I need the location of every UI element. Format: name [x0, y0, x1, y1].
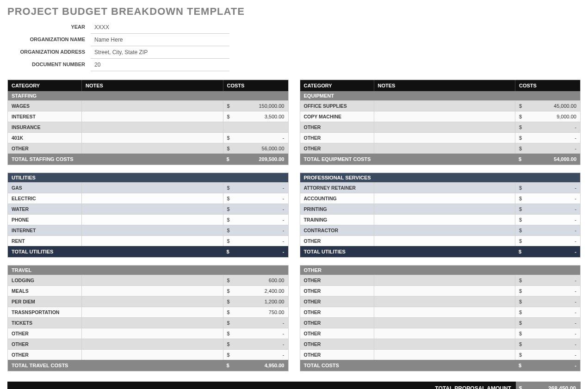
- row-amount[interactable]: 150,000.00: [233, 101, 288, 111]
- row-notes[interactable]: [82, 275, 223, 285]
- row-notes[interactable]: [374, 215, 516, 225]
- row-notes[interactable]: [374, 143, 516, 154]
- row-amount[interactable]: -: [525, 204, 580, 214]
- row-notes[interactable]: [374, 183, 516, 193]
- section-total-amount: 54,000.00: [525, 154, 580, 165]
- section-total-label: TOTAL STAFFING COSTS: [8, 154, 223, 165]
- row-amount[interactable]: -: [233, 339, 288, 349]
- row-notes[interactable]: [374, 236, 516, 246]
- row-currency-symbol: $: [515, 350, 525, 360]
- table-row: OTHER$-: [300, 317, 581, 328]
- row-notes[interactable]: [82, 215, 223, 225]
- row-amount[interactable]: -: [525, 350, 580, 360]
- row-notes[interactable]: [374, 204, 516, 214]
- row-notes[interactable]: [82, 204, 223, 214]
- row-amount[interactable]: -: [233, 204, 288, 214]
- row-label: OTHER: [300, 318, 374, 328]
- row-notes[interactable]: [82, 122, 223, 132]
- row-currency-symbol: $: [515, 101, 525, 111]
- row-amount[interactable]: -: [525, 133, 580, 143]
- row-amount[interactable]: 3,500.00: [233, 111, 288, 122]
- info-doc-value[interactable]: 20: [91, 59, 229, 71]
- row-amount[interactable]: -: [233, 215, 288, 225]
- row-amount[interactable]: -: [525, 339, 580, 349]
- row-notes[interactable]: [374, 307, 516, 317]
- row-notes[interactable]: [82, 225, 223, 235]
- row-notes[interactable]: [374, 339, 516, 349]
- row-notes[interactable]: [82, 111, 223, 122]
- row-notes[interactable]: [374, 275, 516, 285]
- row-notes[interactable]: [82, 101, 223, 111]
- row-notes[interactable]: [82, 307, 223, 317]
- row-notes[interactable]: [82, 183, 223, 193]
- row-notes[interactable]: [82, 133, 223, 143]
- row-amount[interactable]: -: [525, 318, 580, 328]
- row-notes[interactable]: [82, 236, 223, 246]
- table-row: ELECTRIC$-: [8, 193, 288, 204]
- row-notes[interactable]: [374, 101, 516, 111]
- row-amount[interactable]: -: [233, 236, 288, 246]
- section-total-label: TOTAL COSTS: [300, 360, 516, 371]
- row-amount[interactable]: -: [525, 225, 580, 235]
- info-year-label: YEAR: [7, 21, 91, 34]
- table-header-notes: NOTES: [82, 80, 223, 91]
- row-amount[interactable]: -: [525, 193, 580, 204]
- row-notes[interactable]: [374, 133, 516, 143]
- row-amount[interactable]: -: [525, 286, 580, 296]
- row-notes[interactable]: [374, 328, 516, 339]
- row-notes[interactable]: [374, 286, 516, 296]
- row-amount[interactable]: 2,400.00: [233, 286, 288, 296]
- row-amount[interactable]: -: [525, 307, 580, 317]
- row-amount[interactable]: -: [525, 328, 580, 339]
- row-amount[interactable]: -: [525, 122, 580, 132]
- info-year-value[interactable]: XXXX: [91, 21, 229, 34]
- row-amount[interactable]: -: [525, 236, 580, 246]
- row-amount[interactable]: -: [233, 318, 288, 328]
- row-amount[interactable]: 45,000.00: [525, 101, 580, 111]
- right-column: CATEGORYNOTESCOSTSEQUIPMENTOFFICE SUPPLI…: [300, 80, 581, 379]
- row-amount[interactable]: 9,000.00: [525, 111, 580, 122]
- table-row: 401K$-: [8, 132, 288, 143]
- row-label: PRINTING: [300, 204, 374, 214]
- row-notes[interactable]: [82, 286, 223, 296]
- row-label: OTHER: [300, 307, 374, 317]
- row-amount[interactable]: -: [525, 143, 580, 154]
- row-notes[interactable]: [82, 350, 223, 360]
- section-total-row: TOTAL TRAVEL COSTS$4,950.00: [8, 360, 288, 371]
- row-notes[interactable]: [82, 296, 223, 307]
- row-notes[interactable]: [374, 122, 516, 132]
- row-amount[interactable]: -: [233, 328, 288, 339]
- row-currency-symbol: $: [223, 193, 233, 204]
- row-notes[interactable]: [374, 193, 516, 204]
- row-amount[interactable]: -: [233, 225, 288, 235]
- row-amount[interactable]: 600.00: [233, 275, 288, 285]
- row-label: OTHER: [300, 328, 374, 339]
- row-currency-symbol: $: [515, 143, 525, 154]
- row-amount[interactable]: -: [233, 350, 288, 360]
- info-org-value[interactable]: Name Here: [91, 34, 229, 46]
- row-amount[interactable]: -: [525, 296, 580, 307]
- row-amount[interactable]: -: [525, 215, 580, 225]
- row-notes[interactable]: [82, 328, 223, 339]
- row-notes[interactable]: [374, 296, 516, 307]
- row-notes[interactable]: [374, 318, 516, 328]
- row-notes[interactable]: [82, 143, 223, 154]
- row-notes[interactable]: [374, 111, 516, 122]
- row-notes[interactable]: [82, 339, 223, 349]
- row-notes[interactable]: [374, 350, 516, 360]
- row-amount[interactable]: [233, 122, 288, 132]
- row-amount[interactable]: -: [525, 183, 580, 193]
- row-notes[interactable]: [82, 318, 223, 328]
- row-amount[interactable]: -: [233, 183, 288, 193]
- row-amount[interactable]: 750.00: [233, 307, 288, 317]
- section-total-amount: -: [525, 246, 580, 257]
- row-amount[interactable]: 1,200.00: [233, 296, 288, 307]
- row-amount[interactable]: 56,000.00: [233, 143, 288, 154]
- row-amount[interactable]: -: [525, 275, 580, 285]
- row-amount[interactable]: -: [233, 133, 288, 143]
- row-amount[interactable]: -: [233, 193, 288, 204]
- section-subheader: TRAVEL: [8, 266, 288, 275]
- row-notes[interactable]: [82, 193, 223, 204]
- info-addr-value[interactable]: Street, City, State ZIP: [91, 46, 229, 59]
- row-notes[interactable]: [374, 225, 516, 235]
